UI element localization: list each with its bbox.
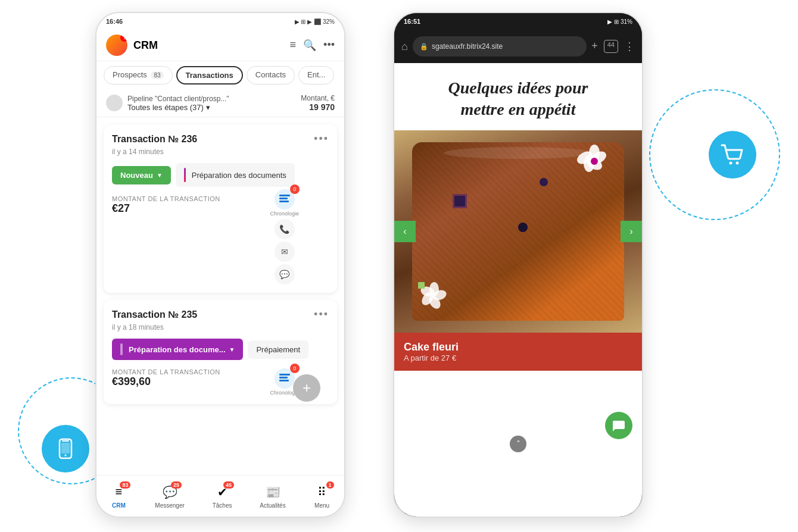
svg-rect-8	[279, 201, 289, 202]
nav-menu-label: Menu	[314, 502, 329, 509]
pipeline-row: Pipeline "Contact client/prosp..." Toute…	[96, 89, 344, 117]
avatar-badge: 1	[120, 35, 127, 42]
stage-current-236[interactable]: Nouveau ▼	[112, 166, 171, 184]
chrono-badge-236: 0	[290, 184, 300, 194]
svg-rect-9	[279, 374, 290, 375]
tab-ent[interactable]: Ent...	[298, 66, 334, 85]
time-right: 16:51	[404, 18, 420, 25]
flower-bottom-left	[418, 282, 451, 315]
svg-rect-3	[62, 440, 69, 442]
svg-rect-7	[279, 198, 288, 199]
nav-taches-badge: 45	[223, 481, 234, 489]
browser-menu-icon[interactable]: ⋮	[624, 40, 635, 53]
amount-label-pipeline: Montant, €	[301, 94, 335, 102]
svg-rect-11	[279, 380, 289, 381]
battery-left: ▶ ⬛ 32%	[307, 18, 335, 25]
amount-value-235: €399,60	[112, 375, 220, 388]
lock-icon: 🔒	[420, 43, 428, 51]
transaction-title-235: Transaction № 235	[112, 309, 197, 320]
chat-fab-btn[interactable]	[605, 412, 632, 439]
nav-messenger[interactable]: 💬 25 Messenger	[155, 484, 184, 509]
more-icon[interactable]: •••	[323, 39, 335, 52]
nav-actualites-label: Actualités	[260, 502, 285, 509]
header-icons: ≡ 🔍 •••	[290, 39, 335, 52]
transaction-time-235: il y a 18 minutes	[112, 323, 329, 331]
pipeline-avatar	[106, 95, 123, 111]
tab-prospects[interactable]: Prospects 83	[104, 66, 173, 85]
product-name: Cake fleuri	[404, 341, 459, 353]
nav-crm-label: CRM	[112, 502, 126, 509]
stage-next-235[interactable]: Prépaiement	[248, 340, 308, 359]
chronologie-label-236: Chronologie	[270, 211, 299, 217]
home-icon[interactable]: ⌂	[401, 40, 408, 53]
tabs-row: Prospects 83 Transactions Contacts Ent..…	[96, 61, 344, 89]
time-left: 16:46	[106, 18, 123, 25]
tab-count-badge[interactable]: 44	[604, 40, 618, 53]
nav-taches-label: Tâches	[213, 502, 232, 509]
battery-right: 31%	[621, 18, 632, 25]
url-bar[interactable]: 🔒 sgateauxfr.bitrix24.site	[413, 36, 587, 57]
phone-action-236[interactable]: 📞	[275, 219, 295, 239]
flower-top-right	[576, 145, 612, 180]
email-action-236[interactable]: ✉	[275, 242, 295, 262]
nav-actualites[interactable]: 📰 Actualités	[260, 484, 285, 509]
stage-next-236[interactable]: Préparation des documents	[176, 163, 295, 187]
msg-action-236[interactable]: 💬	[275, 264, 295, 284]
carousel-next-btn[interactable]: ›	[621, 221, 642, 242]
right-phone-frame: 16:51 ▶ ⊞ 31% ⌂ 🔒 sgateauxfr.bitrix24.si…	[393, 12, 643, 518]
nav-messenger-badge: 25	[171, 481, 182, 489]
right-phone: 16:51 ▶ ⊞ 31% ⌂ 🔒 sgateauxfr.bitrix24.si…	[393, 12, 643, 518]
stages-row-235: Préparation des docume... ▼ Prépaiement	[112, 339, 329, 360]
stage-current-235[interactable]: Préparation des docume... ▼	[112, 339, 243, 360]
carousel: ‹ ›	[394, 130, 642, 333]
carousel-prev-btn[interactable]: ‹	[394, 221, 416, 242]
avatar: 1	[106, 35, 127, 56]
site-heading: Quelques idées pour mettre en appétit	[394, 63, 642, 130]
left-phone-frame: 16:46 ▶ ⊞ ▶ ⬛ 32% 1 CRM ≡ 🔍 ••• Prospect…	[95, 12, 345, 518]
filter-icon[interactable]: ≡	[290, 39, 297, 52]
left-phone: 16:46 ▶ ⊞ ▶ ⬛ 32% 1 CRM ≡ 🔍 ••• Prospect…	[95, 12, 345, 518]
new-tab-icon[interactable]: +	[591, 40, 598, 53]
nav-menu-badge: 1	[326, 481, 334, 489]
prospects-badge: 83	[151, 71, 163, 79]
transaction-title-236: Transaction № 236	[112, 134, 197, 145]
nav-crm[interactable]: ≡ 83 CRM	[110, 484, 127, 509]
amount-label-235: MONTANT DE LA TRANSACTION	[112, 368, 220, 375]
website-content: Quelques idées pour mettre en appétit	[394, 63, 642, 517]
transaction-time-236: il y a 14 minutes	[112, 148, 329, 156]
app-header: 1 CRM ≡ 🔍 •••	[96, 30, 344, 61]
fab-add-235[interactable]: +	[293, 374, 320, 402]
amount-label-236: MONTANT DE LA TRANSACTION	[112, 195, 220, 202]
url-text: sgateauxfr.bitrix24.site	[432, 42, 503, 51]
status-bar-left: 16:46 ▶ ⊞ ▶ ⬛ 32%	[96, 13, 344, 30]
product-price: A partir de 27 €	[404, 353, 459, 362]
scroll-indicator[interactable]: ˄	[510, 436, 526, 452]
tab-transactions[interactable]: Transactions	[176, 66, 243, 85]
pipeline-stages[interactable]: Toutes les étapes (37) ▾	[127, 103, 229, 112]
chrono-badge-235: 0	[290, 364, 300, 373]
cart-icon-decoration	[709, 131, 756, 179]
tab-contacts[interactable]: Contacts	[247, 66, 295, 85]
product-card: Cake fleuri A partir de 27 €	[394, 333, 642, 371]
pipeline-description: Pipeline "Contact client/prosp..."	[127, 95, 229, 103]
search-icon[interactable]: 🔍	[303, 39, 316, 52]
nav-messenger-label: Messenger	[155, 502, 184, 509]
transaction-menu-235[interactable]: •••	[314, 308, 329, 321]
nav-crm-badge: 83	[120, 481, 130, 489]
nav-taches[interactable]: ✔ 45 Tâches	[213, 484, 232, 509]
svg-rect-5	[61, 443, 70, 453]
svg-rect-6	[279, 195, 290, 196]
transaction-menu-236[interactable]: •••	[314, 133, 329, 145]
svg-point-0	[730, 162, 732, 165]
pipeline-amount: 19 970	[301, 102, 335, 112]
status-icons-right: ▶ ⊞ 31%	[607, 18, 632, 25]
bottom-nav: ≡ 83 CRM 💬 25 Messenger ✔ 45 Tâches	[96, 475, 344, 517]
phone-icon-decoration	[42, 425, 89, 472]
transaction-card-236: Transaction № 236 ••• il y a 14 minutes …	[104, 124, 337, 293]
svg-rect-10	[279, 377, 288, 378]
status-bar-right: 16:51 ▶ ⊞ 31%	[394, 13, 642, 30]
app-title: CRM	[133, 39, 284, 52]
nav-menu[interactable]: ⠿ 1 Menu	[314, 484, 331, 509]
svg-point-1	[736, 162, 739, 165]
transaction-card-235: Transaction № 235 ••• il y a 18 minutes …	[104, 300, 337, 404]
